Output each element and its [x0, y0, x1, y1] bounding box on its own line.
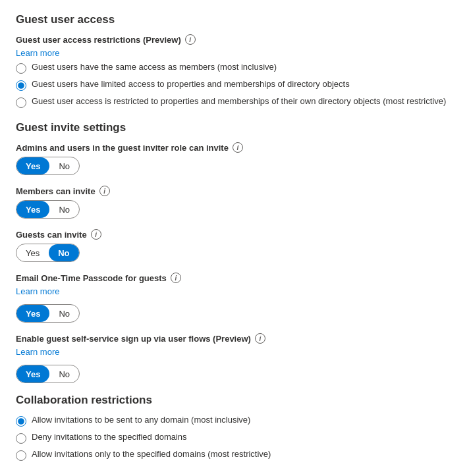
- guests-invite-switch[interactable]: Yes No: [16, 244, 80, 262]
- guest-access-section: Guest user access Guest user access rest…: [16, 13, 453, 108]
- collab-allow-only-input[interactable]: [16, 450, 26, 461]
- admins-invite-info-icon[interactable]: i: [233, 142, 243, 153]
- radio-limited-input[interactable]: [16, 80, 26, 91]
- self-service-yes[interactable]: Yes: [16, 365, 49, 383]
- guests-invite-no[interactable]: No: [49, 244, 78, 261]
- restrictions-info-icon[interactable]: i: [185, 34, 196, 45]
- admins-invite-label: Admins and users in the guest inviter ro…: [16, 142, 453, 153]
- collab-allow-only-option[interactable]: Allow invitations only to the specified …: [16, 449, 453, 461]
- radio-limited-option[interactable]: Guest users have limited access to prope…: [16, 79, 453, 91]
- collab-restrictions-section: Collaboration restrictions Allow invitat…: [16, 394, 453, 461]
- guests-invite-yes[interactable]: Yes: [16, 244, 49, 261]
- collab-deny-option[interactable]: Deny invitations to the specified domain…: [16, 432, 453, 444]
- self-service-label: Enable guest self-service sign up via us…: [16, 333, 453, 344]
- collab-radio-group: Allow invitations to be sent to any doma…: [16, 415, 453, 461]
- self-service-switch[interactable]: Yes No: [16, 365, 80, 383]
- admins-invite-yes[interactable]: Yes: [16, 157, 49, 174]
- admins-invite-block: Admins and users in the guest inviter ro…: [16, 142, 453, 175]
- members-invite-no[interactable]: No: [49, 201, 79, 218]
- members-invite-block: Members can invite i Yes No: [16, 186, 453, 219]
- guests-invite-block: Guests can invite i Yes No: [16, 229, 453, 262]
- email-otp-block: Email One-Time Passcode for guests i Lea…: [16, 273, 453, 323]
- radio-restricted-input[interactable]: [16, 97, 26, 108]
- email-otp-label: Email One-Time Passcode for guests i: [16, 273, 453, 283]
- guest-access-title: Guest user access: [16, 13, 453, 26]
- self-service-learn-more[interactable]: Learn more: [16, 347, 59, 357]
- members-invite-toggle[interactable]: Yes No: [16, 200, 453, 219]
- email-otp-switch[interactable]: Yes No: [16, 304, 80, 323]
- collab-any-input[interactable]: [16, 416, 26, 427]
- collab-restrictions-title: Collaboration restrictions: [16, 394, 453, 407]
- guests-invite-label: Guests can invite i: [16, 229, 453, 240]
- restrictions-label: Guest user access restrictions (Preview)…: [16, 34, 453, 45]
- guest-access-learn-more[interactable]: Learn more: [16, 48, 59, 58]
- radio-restricted-option[interactable]: Guest user access is restricted to prope…: [16, 96, 453, 108]
- email-otp-toggle[interactable]: Yes No: [16, 304, 453, 323]
- guests-invite-info-icon[interactable]: i: [91, 229, 101, 240]
- members-invite-yes[interactable]: Yes: [16, 201, 49, 218]
- email-otp-yes[interactable]: Yes: [16, 305, 49, 322]
- guest-access-radio-group: Guest users have the same access as memb…: [16, 62, 453, 108]
- email-otp-learn-more[interactable]: Learn more: [16, 286, 59, 296]
- self-service-info-icon[interactable]: i: [255, 333, 265, 344]
- collab-any-option[interactable]: Allow invitations to be sent to any doma…: [16, 415, 453, 427]
- email-otp-info-icon[interactable]: i: [171, 273, 181, 283]
- self-service-block: Enable guest self-service sign up via us…: [16, 333, 453, 383]
- radio-same-option[interactable]: Guest users have the same access as memb…: [16, 62, 453, 74]
- members-invite-info-icon[interactable]: i: [99, 186, 110, 196]
- admins-invite-switch[interactable]: Yes No: [16, 157, 80, 175]
- self-service-no[interactable]: No: [49, 365, 79, 383]
- members-invite-switch[interactable]: Yes No: [16, 200, 80, 219]
- radio-same-input[interactable]: [16, 63, 26, 74]
- admins-invite-toggle[interactable]: Yes No: [16, 157, 453, 175]
- self-service-toggle[interactable]: Yes No: [16, 365, 453, 383]
- guests-invite-toggle[interactable]: Yes No: [16, 244, 453, 262]
- collab-deny-input[interactable]: [16, 433, 26, 444]
- guest-invite-title: Guest invite settings: [16, 121, 453, 134]
- email-otp-no[interactable]: No: [49, 305, 79, 322]
- members-invite-label: Members can invite i: [16, 186, 453, 196]
- guest-invite-section: Guest invite settings Admins and users i…: [16, 121, 453, 383]
- admins-invite-no[interactable]: No: [49, 157, 79, 174]
